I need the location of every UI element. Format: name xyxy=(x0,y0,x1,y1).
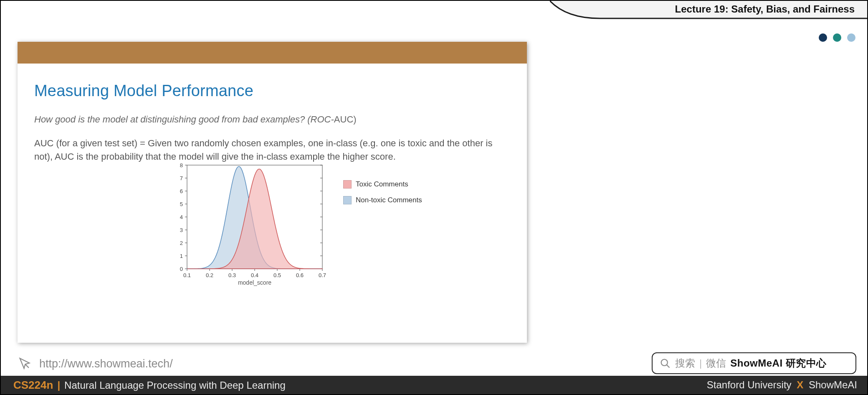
header-dots xyxy=(819,33,855,42)
search-separator: | xyxy=(699,357,702,369)
lecture-title: Lecture 19: Safety, Bias, and Fairness xyxy=(675,3,855,15)
search-strong: ShowMeAI 研究中心 xyxy=(730,357,827,370)
legend-label-nontoxic: Non-toxic Comments xyxy=(356,196,422,204)
svg-point-43 xyxy=(661,359,668,366)
svg-text:5: 5 xyxy=(180,201,183,207)
svg-text:model_score: model_score xyxy=(238,279,271,286)
footer-right: Stanford University X ShowMeAI xyxy=(707,379,857,391)
slide-accent-bar xyxy=(18,42,527,64)
search-hint-1: 搜索 xyxy=(675,357,695,370)
chart-area: 0123456780.10.20.30.40.50.60.7model_scor… xyxy=(172,161,510,286)
svg-text:8: 8 xyxy=(180,162,183,168)
dot-2 xyxy=(833,33,841,42)
legend-label-toxic: Toxic Comments xyxy=(356,180,408,189)
slide-title: Measuring Model Performance xyxy=(34,82,510,100)
density-chart: 0123456780.10.20.30.40.50.60.7model_scor… xyxy=(172,161,326,286)
search-hint-2: 微信 xyxy=(706,357,726,370)
cursor-icon xyxy=(18,357,32,371)
org-showmeai: ShowMeAI xyxy=(809,379,857,390)
svg-text:0.4: 0.4 xyxy=(251,272,258,278)
svg-text:0.6: 0.6 xyxy=(296,272,304,278)
slide-subtitle-italic: How good is the model at distinguishing … xyxy=(34,114,334,125)
dot-3 xyxy=(847,33,855,42)
footer-left: CS224n | Natural Language Processing wit… xyxy=(13,379,286,392)
slide-description: AUC (for a given test set) = Given two r… xyxy=(34,137,510,163)
slide-subtitle: How good is the model at distinguishing … xyxy=(34,114,510,125)
slide-subtitle-plain: AUC) xyxy=(334,114,357,125)
svg-text:6: 6 xyxy=(180,188,183,194)
svg-text:0.1: 0.1 xyxy=(183,272,191,278)
slide-card: Measuring Model Performance How good is … xyxy=(18,42,527,343)
source-url-row: http://www.showmeai.tech/ xyxy=(18,357,173,371)
header-bar: Lecture 19: Safety, Bias, and Fairness xyxy=(550,1,867,18)
legend-row-toxic: Toxic Comments xyxy=(343,180,422,189)
svg-text:0.2: 0.2 xyxy=(206,272,213,278)
svg-text:0.3: 0.3 xyxy=(228,272,236,278)
chart-legend: Toxic Comments Non-toxic Comments xyxy=(343,180,422,212)
svg-text:3: 3 xyxy=(180,227,183,233)
course-code: CS224n xyxy=(13,379,53,392)
org-stanford: Stanford University xyxy=(707,379,792,390)
page-frame: Lecture 19: Safety, Bias, and Fairness M… xyxy=(0,0,868,395)
footer-x: X xyxy=(797,379,803,390)
legend-row-nontoxic: Non-toxic Comments xyxy=(343,196,422,204)
svg-line-44 xyxy=(667,365,669,367)
search-pill[interactable]: 搜索 | 微信 ShowMeAI 研究中心 xyxy=(652,352,856,374)
search-icon xyxy=(659,357,671,369)
svg-text:0: 0 xyxy=(180,266,183,272)
legend-swatch-toxic xyxy=(343,180,352,189)
svg-text:2: 2 xyxy=(180,240,183,246)
svg-text:0.5: 0.5 xyxy=(273,272,281,278)
footer-divider: | xyxy=(57,380,60,391)
svg-text:0.7: 0.7 xyxy=(319,272,326,278)
footer-bar: CS224n | Natural Language Processing wit… xyxy=(1,376,867,394)
svg-text:4: 4 xyxy=(180,214,183,220)
svg-text:1: 1 xyxy=(180,253,183,259)
dot-1 xyxy=(819,33,827,42)
legend-swatch-nontoxic xyxy=(343,196,352,204)
course-name: Natural Language Processing with Deep Le… xyxy=(64,380,286,391)
svg-text:7: 7 xyxy=(180,175,183,181)
source-url-text: http://www.showmeai.tech/ xyxy=(39,357,173,370)
slide-body: Measuring Model Performance How good is … xyxy=(18,64,527,291)
